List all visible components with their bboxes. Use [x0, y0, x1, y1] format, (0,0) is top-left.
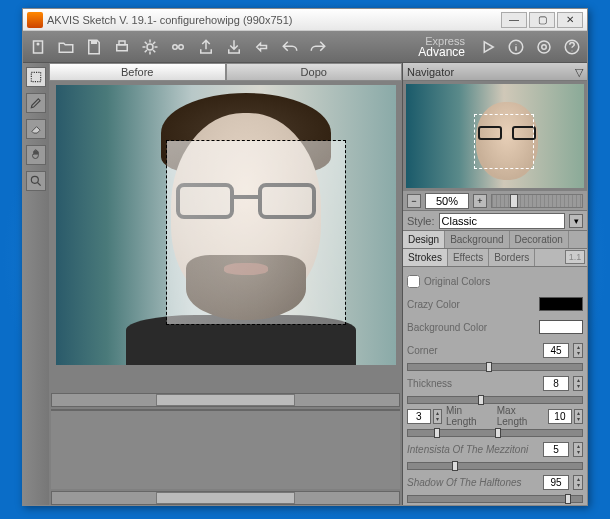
svg-rect-4 [119, 41, 125, 45]
svg-point-7 [179, 44, 184, 49]
intensita-spinner[interactable]: ▴▾ [573, 442, 583, 457]
svg-point-10 [538, 41, 550, 53]
window-title: AKVIS Sketch V. 19.1- configurehowipg (9… [47, 14, 501, 26]
titlebar: AKVIS Sketch V. 19.1- configurehowipg (9… [23, 9, 587, 31]
close-button[interactable]: ✕ [557, 12, 583, 28]
settings-icon[interactable] [533, 36, 555, 58]
thickness-spinner[interactable]: ▴▾ [573, 376, 583, 391]
min-length-label: Min Length [444, 405, 493, 427]
background-color-label: Background Color [407, 322, 535, 333]
sketch-preview [167, 141, 345, 324]
style-select[interactable]: Classic [439, 213, 565, 229]
shadow-label: Shadow Of The Halftones [407, 477, 539, 488]
min-length-spinner[interactable]: ▴▾ [433, 409, 442, 424]
svg-rect-3 [117, 44, 128, 50]
timeline-scrollbar[interactable] [51, 491, 400, 505]
presets-icon[interactable] [27, 36, 49, 58]
main-canvas-area: Before Dopo [49, 63, 403, 505]
preview-tool-icon[interactable] [26, 67, 46, 87]
open-icon[interactable] [55, 36, 77, 58]
minimize-button[interactable]: — [501, 12, 527, 28]
navigator-title: Navigator [407, 63, 454, 80]
svg-point-1 [37, 42, 40, 45]
max-length-spinner[interactable]: ▴▾ [574, 409, 583, 424]
tab-design[interactable]: Design [403, 231, 445, 248]
navigator-viewport[interactable] [474, 114, 534, 169]
zoom-tool-icon[interactable] [26, 171, 46, 191]
shadow-value[interactable]: 95 [543, 475, 569, 490]
intensita-slider[interactable] [407, 462, 583, 470]
save-icon[interactable] [83, 36, 105, 58]
undo-icon[interactable] [279, 36, 301, 58]
shadow-slider[interactable] [407, 495, 583, 503]
left-toolbar [23, 63, 49, 505]
horizontal-scrollbar[interactable] [51, 393, 400, 407]
intensita-value[interactable]: 5 [543, 442, 569, 457]
pencil-tool-icon[interactable] [26, 93, 46, 113]
thickness-label: Thickness [407, 378, 539, 389]
max-length-label: Max Length [495, 405, 546, 427]
svg-point-5 [147, 44, 153, 50]
advance-mode-label: Advance [418, 47, 465, 58]
redo-icon[interactable] [307, 36, 329, 58]
subtab-toggle[interactable]: 1.1 [565, 250, 585, 264]
app-icon [27, 12, 43, 28]
hand-tool-icon[interactable] [26, 145, 46, 165]
image-canvas[interactable] [56, 85, 396, 365]
right-panel: Navigator ▽ − 50% + Style: Classic ▾ [403, 63, 587, 505]
tab-background[interactable]: Background [445, 231, 509, 248]
help-icon[interactable] [561, 36, 583, 58]
share-icon[interactable] [195, 36, 217, 58]
gear-icon[interactable] [139, 36, 161, 58]
tab-before[interactable]: Before [49, 63, 226, 81]
tab-after[interactable]: Dopo [226, 63, 403, 81]
run-icon[interactable] [477, 36, 499, 58]
subtab-strokes[interactable]: Strokes [403, 249, 448, 266]
zoom-out-button[interactable]: − [407, 194, 421, 208]
crazy-color-label: Crazy Color [407, 299, 535, 310]
maximize-button[interactable]: ▢ [529, 12, 555, 28]
svg-point-9 [542, 44, 547, 49]
max-length-value[interactable]: 10 [548, 409, 572, 424]
preview-selection[interactable] [166, 140, 346, 325]
navigator-collapse-icon[interactable]: ▽ [575, 63, 583, 80]
intensita-label: Intensista Of The Mezzitoni [407, 444, 539, 455]
style-dropdown-icon[interactable]: ▾ [569, 214, 583, 228]
zoom-slider[interactable] [491, 194, 583, 208]
navigator-thumbnail[interactable] [403, 81, 587, 191]
parameters-panel: Original Colors Crazy Color Background C… [403, 267, 587, 505]
timeline-panel [51, 409, 400, 489]
app-window: AKVIS Sketch V. 19.1- configurehowipg (9… [22, 8, 588, 506]
length-slider[interactable] [407, 429, 583, 437]
eraser-tool-icon[interactable] [26, 119, 46, 139]
import-icon[interactable] [223, 36, 245, 58]
corner-spinner[interactable]: ▴▾ [573, 343, 583, 358]
mode-switch[interactable]: Express Advance [418, 36, 465, 58]
corner-slider[interactable] [407, 363, 583, 371]
style-label: Style: [407, 215, 435, 227]
zoom-in-button[interactable]: + [473, 194, 487, 208]
svg-point-6 [173, 44, 178, 49]
export-icon[interactable] [251, 36, 273, 58]
svg-rect-2 [91, 40, 97, 44]
subtab-borders[interactable]: Borders [489, 249, 535, 266]
original-colors-label: Original Colors [424, 276, 583, 287]
crazy-color-swatch[interactable] [539, 297, 583, 311]
corner-label: Corner [407, 345, 539, 356]
background-color-swatch[interactable] [539, 320, 583, 334]
shadow-spinner[interactable]: ▴▾ [573, 475, 583, 490]
svg-point-13 [31, 176, 38, 183]
zoom-value[interactable]: 50% [425, 193, 469, 209]
thickness-slider[interactable] [407, 396, 583, 404]
svg-rect-12 [31, 72, 40, 81]
min-length-value[interactable]: 3 [407, 409, 431, 424]
subtab-effects[interactable]: Effects [448, 249, 489, 266]
main-toolbar: Express Advance [23, 31, 587, 63]
thickness-value[interactable]: 8 [543, 376, 569, 391]
batch-icon[interactable] [167, 36, 189, 58]
corner-value[interactable]: 45 [543, 343, 569, 358]
tab-decoration[interactable]: Decoration [510, 231, 569, 248]
info-icon[interactable] [505, 36, 527, 58]
print-icon[interactable] [111, 36, 133, 58]
original-colors-checkbox[interactable] [407, 275, 420, 288]
